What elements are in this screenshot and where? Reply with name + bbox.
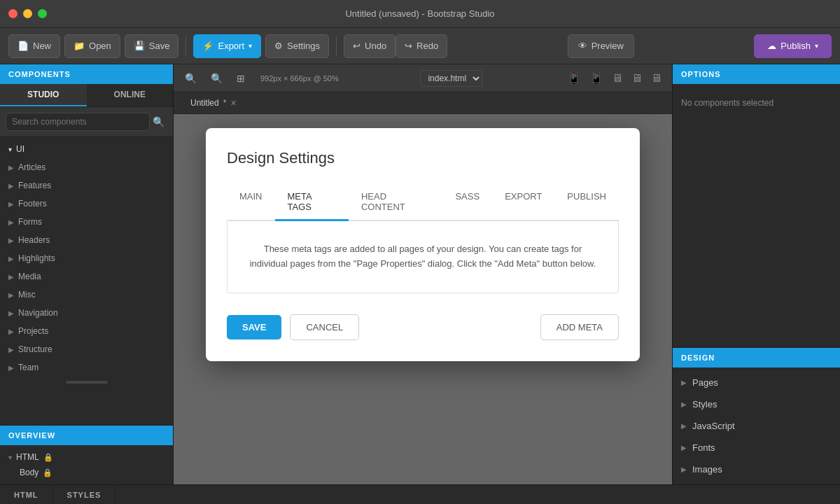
design-item-javascript[interactable]: ▶ JavaScript (673, 415, 840, 437)
page-select[interactable]: index.html (420, 70, 482, 87)
component-list: ▾ UI ▶ Articles ▶ Features ▶ Footers ▶ F… (0, 137, 173, 425)
tab-close-icon[interactable]: ✕ (230, 99, 237, 108)
dialog-tab-head-content[interactable]: HEAD CONTENT (349, 184, 443, 221)
mobile-device-button[interactable]: 📱 (564, 69, 584, 88)
design-header: DESIGN (673, 348, 840, 368)
sidebar-item-team[interactable]: ▶ Team (0, 358, 173, 377)
design-item-pages[interactable]: ▶ Pages (673, 372, 840, 393)
export-button[interactable]: ⚡ Export ▾ (193, 34, 261, 58)
settings-button[interactable]: ⚙ Settings (265, 34, 329, 58)
gear-icon: ⚙ (274, 41, 283, 51)
bottom-bar: HTML STYLES (0, 484, 840, 504)
bottom-tab-html[interactable]: HTML (0, 485, 53, 504)
sidebar-item-navigation[interactable]: ▶ Navigation (0, 304, 173, 322)
chevron-down-icon: ▾ (248, 42, 252, 50)
arrow-icon: ▶ (8, 200, 14, 208)
dialog-tab-publish[interactable]: PUBLISH (554, 184, 619, 221)
ui-section-header[interactable]: ▾ UI (0, 140, 173, 158)
dialog-tab-sass[interactable]: SASS (442, 184, 492, 221)
maximize-button[interactable] (38, 9, 47, 18)
arrow-icon: ▶ (8, 182, 14, 190)
separator (186, 36, 186, 56)
bottom-tab-styles[interactable]: STYLES (53, 485, 116, 504)
sidebar-item-projects[interactable]: ▶ Projects (0, 322, 173, 340)
zoom-in-button[interactable]: 🔍 (206, 70, 227, 87)
tab-online[interactable]: ONLINE (87, 84, 174, 106)
sidebar-item-media[interactable]: ▶ Media (0, 267, 173, 286)
design-settings-dialog: Design Settings MAIN META TAGS HEAD CONT… (206, 128, 640, 361)
sidebar-item-misc[interactable]: ▶ Misc (0, 286, 173, 304)
canvas-toolbar: 🔍 🔍 ⊞ 992px × 666px @ 50% index.html 📱 📱… (174, 64, 672, 92)
arrow-icon: ▶ (8, 255, 14, 262)
tablet-device-button[interactable]: 📱 (587, 69, 606, 88)
dialog-tab-main[interactable]: MAIN (227, 184, 275, 221)
search-button[interactable]: 🔍 (150, 113, 167, 130)
undo-button[interactable]: ↩ Undo (344, 34, 396, 58)
medium-desktop-button[interactable]: 🖥 (629, 69, 645, 88)
design-section: DESIGN ▶ Pages ▶ Styles ▶ JavaScript ▶ F… (673, 347, 840, 484)
arrow-icon: ▶ (681, 379, 687, 386)
dialog-tab-meta-tags[interactable]: META TAGS (275, 184, 349, 221)
options-header: OPTIONS (673, 64, 840, 84)
new-icon: 📄 (18, 41, 29, 51)
arrow-icon: ▶ (681, 444, 687, 451)
redo-button[interactable]: ↪ Redo (396, 34, 447, 58)
app-title: Untitled (unsaved) - Bootstrap Studio (345, 8, 494, 19)
components-header: COMPONENTS (0, 64, 173, 84)
sidebar-item-highlights[interactable]: ▶ Highlights (0, 249, 173, 267)
sidebar-item-features[interactable]: ▶ Features (0, 176, 173, 195)
sidebar-right: OPTIONS No components selected DESIGN ▶ … (672, 64, 840, 484)
scrollbar-hint (66, 381, 108, 384)
tab-studio[interactable]: STUDIO (0, 84, 87, 106)
open-button[interactable]: 📁 Open (64, 34, 120, 58)
close-button[interactable] (8, 9, 18, 18)
overview-item-body[interactable]: Body 🔒 (0, 465, 173, 480)
sidebar-item-structure[interactable]: ▶ Structure (0, 340, 173, 358)
design-item-styles[interactable]: ▶ Styles (673, 393, 840, 415)
undo-redo-group: ↩ Undo ↪ Redo (344, 34, 447, 58)
add-meta-button[interactable]: ADD META (540, 314, 619, 340)
sidebar-item-articles[interactable]: ▶ Articles (0, 158, 173, 176)
tab-row: Untitled * ✕ (174, 92, 672, 114)
large-desktop-button[interactable]: 🖥 (648, 69, 665, 88)
lock-icon: 🔒 (43, 453, 53, 462)
redo-icon: ↪ (405, 41, 412, 51)
arrow-icon: ▶ (8, 273, 14, 281)
sidebar-item-forms[interactable]: ▶ Forms (0, 213, 173, 231)
sidebar-item-headers[interactable]: ▶ Headers (0, 231, 173, 249)
search-icon: 🔍 (153, 116, 164, 127)
layer-button[interactable]: ⊞ (232, 70, 249, 87)
page-tab-untitled[interactable]: Untitled * ✕ (181, 92, 246, 113)
design-items: ▶ Pages ▶ Styles ▶ JavaScript ▶ Fonts ▶ (673, 368, 840, 484)
zoom-out-button[interactable]: 🔍 (181, 70, 201, 87)
canvas-wrapper: 🔍 🔍 ⊞ 992px × 666px @ 50% index.html 📱 📱… (174, 64, 672, 484)
dialog-tab-export[interactable]: EXPORT (492, 184, 554, 221)
arrow-icon: ▶ (8, 291, 14, 299)
overview-section: OVERVIEW ▾ HTML 🔒 Body 🔒 (0, 425, 173, 484)
preview-button[interactable]: 👁 Preview (568, 34, 634, 58)
arrow-icon: ▶ (681, 400, 687, 408)
design-item-fonts[interactable]: ▶ Fonts (673, 437, 840, 458)
save-button[interactable]: 💾 Save (125, 34, 179, 58)
overview-item-html[interactable]: ▾ HTML 🔒 (0, 449, 173, 465)
minimize-button[interactable] (23, 9, 32, 18)
sidebar-item-footers[interactable]: ▶ Footers (0, 195, 173, 213)
search-input[interactable] (6, 113, 150, 131)
arrow-icon: ▶ (8, 164, 14, 172)
arrow-icon: ▶ (8, 309, 14, 317)
separator2 (336, 36, 337, 56)
publish-button[interactable]: ☁ Publish ▾ (754, 34, 832, 58)
save-button[interactable]: SAVE (227, 315, 281, 340)
dialog-footer: SAVE CANCEL ADD META (227, 314, 619, 340)
sidebar-left: COMPONENTS STUDIO ONLINE 🔍 ▾ UI ▶ Articl… (0, 64, 174, 484)
publish-icon: ☁ (767, 41, 776, 51)
design-item-images[interactable]: ▶ Images (673, 458, 840, 480)
titlebar: Untitled (unsaved) - Bootstrap Studio (0, 0, 840, 28)
cancel-button[interactable]: CANCEL (290, 314, 359, 340)
dialog-info-text: These meta tags are added to all pages o… (248, 242, 597, 272)
small-desktop-button[interactable]: 🖥 (609, 69, 626, 88)
new-button[interactable]: 📄 New (8, 34, 60, 58)
zoom-out-icon: 🔍 (185, 73, 197, 84)
toolbar: 📄 New 📁 Open 💾 Save ⚡ Export ▾ ⚙ Setting… (0, 28, 840, 64)
chevron-down-icon2: ▾ (815, 42, 818, 50)
